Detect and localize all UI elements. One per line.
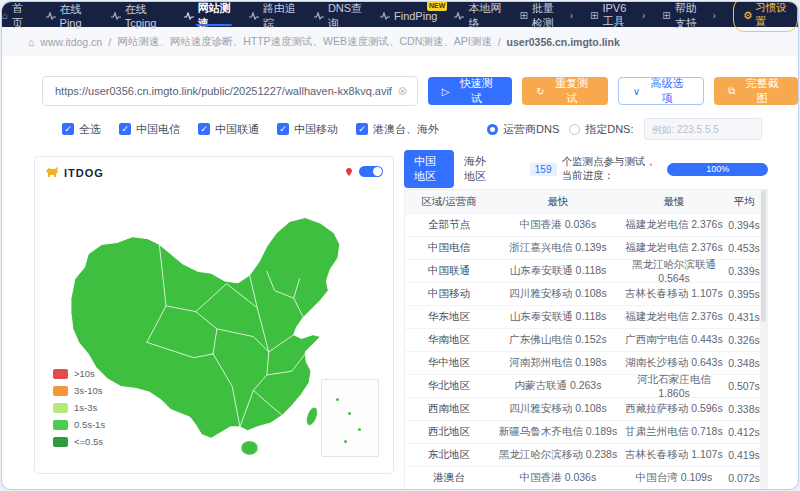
table-row[interactable]: 华北地区内蒙古联通 0.263s河北石家庄电信 1.860s0.507s xyxy=(405,375,767,398)
clear-icon[interactable]: ⊗ xyxy=(398,84,417,98)
map-toggle[interactable] xyxy=(359,166,383,177)
table-row[interactable]: 中国移动四川雅安移动 0.108s吉林长春移动 1.107s0.395s xyxy=(405,283,767,306)
breadcrumb-site[interactable]: www.itdog.cn xyxy=(40,36,102,48)
checkbox-checked-icon: ✓ xyxy=(119,123,131,135)
refresh-icon: ↻ xyxy=(536,86,544,97)
map-pin-icon xyxy=(345,168,353,176)
legend-item: 0.5s-1s xyxy=(53,419,105,430)
nav-traceroute[interactable]: 路由追踪 xyxy=(249,2,297,27)
new-badge: NEW xyxy=(427,1,447,11)
table-scrollbar[interactable] xyxy=(760,190,767,490)
nav-local-network[interactable]: 本地网络 xyxy=(454,2,502,27)
checkbox-china-mobile[interactable]: ✓中国移动 xyxy=(277,122,338,137)
url-input-wrap: ⊗ xyxy=(42,76,418,106)
custom-dns-input[interactable] xyxy=(644,118,762,140)
logo-text: ITDOG xyxy=(64,167,104,179)
itdog-logo: ITDOG xyxy=(45,166,104,179)
dog-icon xyxy=(45,166,60,179)
monitor-count-badge: 159 xyxy=(530,163,557,176)
checkbox-china-telecom[interactable]: ✓中国电信 xyxy=(119,122,180,137)
url-input[interactable] xyxy=(43,85,398,97)
nav-ipv6-tools[interactable]: ⊞IPV6工具› xyxy=(590,2,645,27)
table-row[interactable]: 中国电信浙江嘉兴电信 0.139s福建龙岩电信 2.376s0.453s xyxy=(405,237,767,260)
pulse-icon xyxy=(46,12,56,20)
radio-selected-icon xyxy=(487,124,498,135)
quick-test-button[interactable]: ▷快速测试 xyxy=(428,77,513,105)
results-table: 区域/运营商 最快 最慢 平均 全部节点中国香港 0.036s福建龙岩电信 2.… xyxy=(404,189,768,490)
nav-tcping[interactable]: 在线Tcping xyxy=(111,2,167,27)
south-china-sea-inset xyxy=(321,379,379,457)
checkbox-checked-icon: ✓ xyxy=(198,123,210,135)
radio-isp-dns[interactable]: 运营商DNS xyxy=(487,122,559,137)
grid-icon: ⊞ xyxy=(519,10,527,21)
table-row[interactable]: 华中地区河南郑州电信 0.198s湖南长沙移动 0.643s0.348s xyxy=(405,352,767,375)
nav-batch-check[interactable]: ⊞批量检测› xyxy=(519,2,573,27)
pulse-icon xyxy=(111,12,121,20)
table-row[interactable]: 西南地区四川雅安移动 0.108s西藏拉萨移动 0.596s0.338s xyxy=(405,398,767,421)
home-icon: ⌂ xyxy=(2,10,8,21)
nav-website-speedtest[interactable]: 网站测速 xyxy=(184,2,232,27)
results-header: 中国地区 海外地区 159 个监测点参与测试，当前进度： 100% xyxy=(404,156,768,182)
legend-swatch-orange xyxy=(53,386,68,396)
content-panels: ITDOG xyxy=(2,140,798,490)
legend-swatch-darkgreen xyxy=(53,437,68,447)
table-row[interactable]: 华东地区山东泰安联通 0.118s福建龙岩电信 2.376s0.431s xyxy=(405,306,767,329)
nav-ping[interactable]: 在线Ping xyxy=(46,2,94,27)
pulse-icon xyxy=(184,12,194,20)
table-row[interactable]: 全部节点中国香港 0.036s福建龙岩电信 2.376s0.394s xyxy=(405,214,767,237)
map-legend: >10s 3s-10s 1s-3s 0.5s-1s <=0.5s xyxy=(53,368,105,447)
results-panel: 中国地区 海外地区 159 个监测点参与测试，当前进度： 100% 区域/运营商… xyxy=(404,156,768,490)
pulse-icon xyxy=(314,12,324,20)
grid-icon: ⊞ xyxy=(662,10,670,21)
checkbox-china-unicom[interactable]: ✓中国联通 xyxy=(198,122,259,137)
tab-china-region[interactable]: 中国地区 xyxy=(404,150,454,188)
top-nav: ⌂首页 在线Ping 在线Tcping 网站测速 路由追踪 DNS查询 NEWF… xyxy=(2,2,798,27)
pulse-icon xyxy=(380,12,390,20)
chevron-right-icon: › xyxy=(642,10,645,21)
home-icon: ⌂ xyxy=(28,36,34,48)
tab-overseas-region[interactable]: 海外地区 xyxy=(454,150,504,188)
radio-custom-dns[interactable]: 指定DNS: xyxy=(569,122,633,137)
legend-item: 1s-3s xyxy=(53,402,105,413)
breadcrumb: ⌂ www.itdog.cn / 网站测速、网站速度诊断、HTTP速度测试、WE… xyxy=(2,27,798,56)
screenshot-icon: ⧉ xyxy=(728,85,735,97)
legend-swatch-green xyxy=(53,420,68,430)
nav-help[interactable]: ⊞帮助支持› xyxy=(662,2,716,27)
nav-findping[interactable]: NEWFindPing xyxy=(380,2,437,27)
nav-dns-query[interactable]: DNS查询 xyxy=(314,2,363,27)
app-window: ⌂首页 在线Ping 在线Tcping 网站测速 路由追踪 DNS查询 NEWF… xyxy=(1,1,799,490)
legend-item: 3s-10s xyxy=(53,385,105,396)
checkbox-hk-overseas[interactable]: ✓港澳台、海外 xyxy=(356,122,439,137)
breadcrumb-path: 网站测速、网站速度诊断、HTTP速度测试、WEB速度测试、CDN测速、API测速 xyxy=(117,35,492,49)
dns-radio-group: 运营商DNS 指定DNS: xyxy=(487,118,762,140)
full-screenshot-button[interactable]: ⧉完整截图 xyxy=(714,77,798,105)
advanced-options-button[interactable]: ∨高级选项 xyxy=(618,77,704,105)
progress-bar: 100% xyxy=(667,163,768,176)
gear-icon: ⚙ xyxy=(743,9,752,21)
legend-swatch-lightgreen xyxy=(53,403,68,413)
table-row[interactable]: 中国联通山东泰安联通 0.118s黑龙江哈尔滨联通 0.564s0.339s xyxy=(405,260,767,283)
legend-swatch-red xyxy=(53,369,68,379)
map-panel: ITDOG xyxy=(34,156,394,474)
table-row[interactable]: 港澳台中国香港 0.036s中国台湾 0.109s0.072s xyxy=(405,467,767,490)
checkbox-select-all[interactable]: ✓全选 xyxy=(62,122,101,137)
nav-home[interactable]: ⌂首页 xyxy=(2,2,29,27)
table-row[interactable]: 华南地区广东佛山电信 0.152s广西南宁电信 0.443s0.326s xyxy=(405,329,767,352)
breadcrumb-current: user0356.cn.imgto.link xyxy=(507,36,620,48)
preferences-button[interactable]: ⚙习惯设置 xyxy=(733,1,798,32)
monitor-count-text: 个监测点参与测试，当前进度： xyxy=(562,155,662,183)
pulse-icon xyxy=(249,12,259,20)
radio-unselected-icon xyxy=(569,124,580,135)
table-row[interactable]: 东北地区黑龙江哈尔滨移动 0.238s吉林长春移动 1.107s0.419s xyxy=(405,444,767,467)
table-row[interactable]: 西北地区新疆乌鲁木齐电信 0.189s甘肃兰州电信 0.718s0.412s xyxy=(405,421,767,444)
chevron-right-icon: › xyxy=(713,10,716,21)
legend-item: <=0.5s xyxy=(53,436,105,447)
filter-row: ✓全选 ✓中国电信 ✓中国联通 ✓中国移动 ✓港澳台、海外 运营商DNS 指定D… xyxy=(2,106,798,140)
pulse-icon xyxy=(454,12,464,20)
map-tools xyxy=(345,166,383,177)
checkbox-checked-icon: ✓ xyxy=(62,123,74,135)
chevron-right-icon: › xyxy=(570,10,573,21)
grid-icon: ⊞ xyxy=(590,10,598,21)
legend-item: >10s xyxy=(53,368,105,379)
repeat-test-button[interactable]: ↻重复测试 xyxy=(522,77,607,105)
